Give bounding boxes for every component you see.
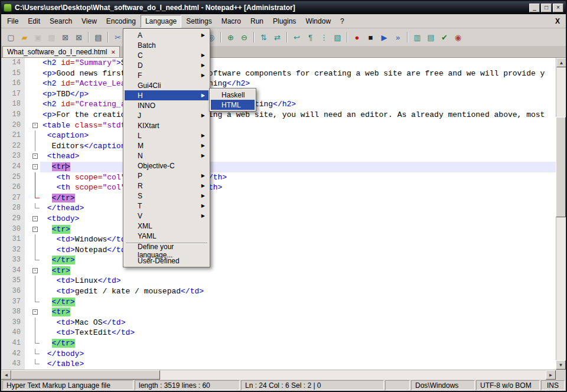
- code-text[interactable]: </table>: [40, 359, 556, 370]
- code-text[interactable]: <tr>: [40, 307, 556, 318]
- fold-margin[interactable]: -: [31, 307, 40, 318]
- fold-collapse-icon[interactable]: -: [32, 164, 38, 169]
- zoom-out-icon[interactable]: ⊖: [239, 32, 250, 43]
- minimize-button[interactable]: _: [529, 4, 540, 12]
- restore-button[interactable]: □: [541, 4, 552, 12]
- record-macro-icon[interactable]: ●: [351, 32, 363, 43]
- tab-close-icon[interactable]: ×: [111, 48, 115, 55]
- code-text[interactable]: <tbody>: [40, 214, 556, 224]
- language-menu-item-xml[interactable]: XML: [125, 221, 208, 231]
- code-text[interactable]: <th scope="col">Standard editor</th>: [40, 182, 556, 193]
- bookmark-margin[interactable]: [25, 297, 31, 308]
- bookmark-margin[interactable]: [25, 214, 31, 224]
- code-text[interactable]: </tr>: [40, 297, 556, 308]
- bookmark-margin[interactable]: [25, 224, 31, 235]
- tab-what-software-do-i-need[interactable]: What_software_do_I_need.html ×: [2, 46, 120, 57]
- fold-margin[interactable]: -: [31, 224, 40, 235]
- stop-recording-icon[interactable]: ■: [365, 32, 376, 43]
- zoom-in-icon[interactable]: ⊕: [225, 32, 236, 43]
- language-menu-item-n[interactable]: N▶: [125, 151, 208, 161]
- monitoring-icon[interactable]: ◉: [452, 32, 464, 43]
- sync-vertical-scroll-icon[interactable]: ⇅: [258, 32, 269, 43]
- run-macro-multiple-times-icon[interactable]: »: [392, 32, 403, 43]
- vertical-scroll-thumb[interactable]: [556, 117, 566, 217]
- language-menu-item-objective-c[interactable]: Objective-C: [125, 161, 208, 171]
- bookmark-margin[interactable]: [25, 276, 31, 286]
- bookmark-margin[interactable]: [25, 151, 31, 162]
- spell-check-icon[interactable]: ✔: [439, 32, 450, 43]
- cut-icon[interactable]: ✂: [112, 32, 123, 43]
- language-submenu-item-haskell[interactable]: Haskell: [211, 90, 255, 100]
- code-text[interactable]: <td>Notepad</td>: [40, 245, 556, 256]
- code-text[interactable]: <tr>: [40, 224, 556, 235]
- language-menu-item-c[interactable]: C▶: [125, 50, 208, 60]
- bookmark-margin[interactable]: [25, 307, 31, 318]
- bookmark-margin[interactable]: [25, 349, 31, 360]
- language-menu-item-batch[interactable]: Batch: [125, 40, 208, 50]
- menubar-item-run[interactable]: Run: [246, 15, 268, 28]
- horizontal-scroll-thumb[interactable]: [11, 370, 160, 380]
- horizontal-scrollbar[interactable]: ◄ ►: [1, 370, 556, 380]
- bookmark-margin[interactable]: [25, 172, 31, 183]
- language-menu-item-define-your-language[interactable]: Define your language...: [125, 246, 208, 256]
- language-menu-item-user-defined[interactable]: User-Defined: [125, 256, 208, 266]
- code-text[interactable]: <table class="stdtable">: [40, 120, 556, 131]
- code-area[interactable]: 14<h2 id="Summary">Summary</h2>15<p>Good…: [1, 58, 556, 370]
- bookmark-margin[interactable]: [25, 193, 31, 204]
- new-file-icon[interactable]: ▢: [5, 32, 17, 43]
- bookmark-margin[interactable]: [25, 99, 31, 110]
- language-menu-item-f[interactable]: F▶: [125, 70, 208, 80]
- print-icon[interactable]: ▤: [93, 32, 104, 43]
- code-text[interactable]: <td>Mac OS</td>: [40, 318, 556, 328]
- code-text[interactable]: <tr>: [40, 266, 556, 276]
- menubar-item-plugins[interactable]: Plugins: [268, 15, 301, 28]
- language-menu-item-h[interactable]: H▶: [125, 90, 208, 100]
- language-submenu-item-html[interactable]: HTML: [211, 100, 255, 110]
- code-text[interactable]: <h2 id="Active_Learning">Active Learning…: [40, 79, 556, 89]
- bookmark-margin[interactable]: [25, 203, 31, 214]
- function-list-icon[interactable]: ▥: [412, 32, 423, 43]
- bookmark-margin[interactable]: [25, 266, 31, 276]
- scroll-up-button[interactable]: ▲: [556, 58, 566, 67]
- code-text[interactable]: </tr>: [40, 338, 556, 349]
- menubar-item-help[interactable]: ?: [335, 15, 349, 28]
- language-menu-item-a[interactable]: A▶: [125, 30, 208, 40]
- fold-collapse-icon[interactable]: -: [32, 216, 38, 221]
- code-text[interactable]: <h2 id="Summary">Summary</h2>: [40, 58, 556, 68]
- scroll-down-button[interactable]: ▼: [556, 360, 566, 370]
- code-text[interactable]: <caption>: [40, 130, 556, 141]
- fold-margin[interactable]: -: [31, 120, 40, 131]
- fold-collapse-icon[interactable]: -: [32, 153, 38, 159]
- bookmark-margin[interactable]: [25, 68, 31, 79]
- show-all-characters-icon[interactable]: ¶: [305, 32, 316, 43]
- fold-margin[interactable]: -: [31, 151, 40, 162]
- bookmark-margin[interactable]: [25, 234, 31, 245]
- bookmark-margin[interactable]: [25, 318, 31, 328]
- menubar-item-encoding[interactable]: Encoding: [102, 15, 141, 28]
- open-folder-icon[interactable]: ▰: [19, 32, 30, 43]
- language-menu-item-kixtart[interactable]: KIXtart: [125, 120, 208, 130]
- user-define-dialog-icon[interactable]: ▧: [332, 32, 343, 43]
- language-menu-item-gui4cli[interactable]: Gui4Cli: [125, 80, 208, 90]
- scroll-right-button[interactable]: ►: [546, 370, 556, 380]
- sync-horizontal-scroll-icon[interactable]: ⇄: [272, 32, 283, 43]
- bookmark-margin[interactable]: [25, 245, 31, 256]
- bookmark-margin[interactable]: [25, 110, 31, 120]
- bookmark-margin[interactable]: [25, 89, 31, 100]
- menubar-item-view[interactable]: View: [77, 15, 102, 28]
- code-text[interactable]: <h2 id="Creating_and_editing">Creating a…: [40, 99, 556, 110]
- language-menu-item-v[interactable]: V▶: [125, 211, 208, 221]
- bookmark-margin[interactable]: [25, 338, 31, 349]
- document-close-button[interactable]: X: [555, 17, 560, 25]
- document-map-icon[interactable]: ▤: [425, 32, 436, 43]
- language-menu-item-inno[interactable]: INNO: [125, 100, 208, 110]
- bookmark-margin[interactable]: [25, 120, 31, 131]
- fold-margin[interactable]: -: [31, 162, 40, 172]
- bookmark-margin[interactable]: [25, 359, 31, 370]
- editor-pane[interactable]: 14<h2 id="Summary">Summary</h2>15<p>Good…: [1, 58, 566, 370]
- code-text[interactable]: </tr>: [40, 255, 556, 266]
- close-all-files-icon[interactable]: ⊠: [73, 32, 84, 43]
- bookmark-margin[interactable]: [25, 58, 31, 68]
- code-text[interactable]: <td>gedit / kate / mousepad</td>: [40, 286, 556, 297]
- code-text[interactable]: </thead>: [40, 203, 556, 214]
